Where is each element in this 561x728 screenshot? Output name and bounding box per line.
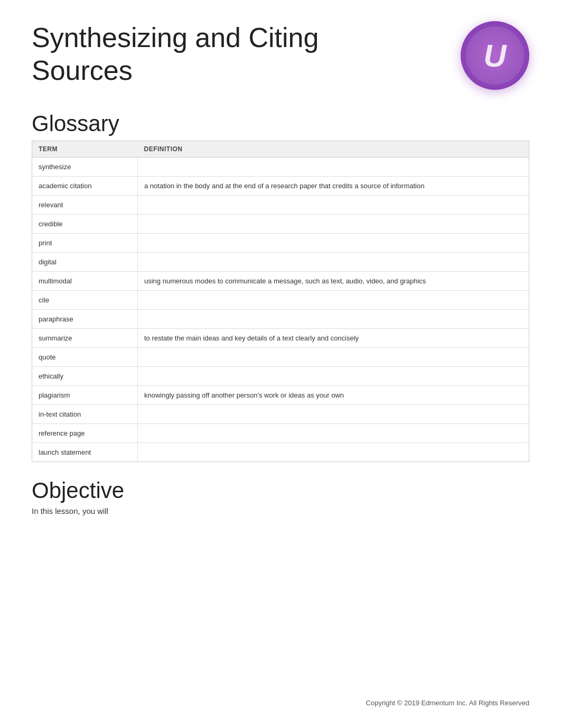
table-row: multimodalusing numerous modes to commun… <box>32 272 529 291</box>
glossary-definition <box>138 253 529 272</box>
glossary-term: paraphrase <box>32 310 138 329</box>
glossary-term: reference page <box>32 424 138 443</box>
table-row: credible <box>32 215 529 234</box>
table-row: plagiarismknowingly passing off another … <box>32 386 529 405</box>
glossary-term: synthesize <box>32 158 138 177</box>
glossary-term: quote <box>32 348 138 367</box>
objective-text: In this lesson, you will <box>32 506 529 515</box>
glossary-definition <box>138 196 529 215</box>
table-row: ethically <box>32 367 529 386</box>
glossary-definition <box>138 443 529 462</box>
table-row: academic citationa notation in the body … <box>32 177 529 196</box>
glossary-definition <box>138 405 529 424</box>
col-definition-header: DEFINITION <box>138 141 529 158</box>
logo-letter: U <box>483 38 506 74</box>
table-row: summarizeto restate the main ideas and k… <box>32 329 529 348</box>
table-row: reference page <box>32 424 529 443</box>
glossary-definition <box>138 215 529 234</box>
copyright-text: Copyright © 2019 Edmentum Inc. All Right… <box>366 699 529 707</box>
glossary-definition: knowingly passing off another person's w… <box>138 386 529 405</box>
glossary-term: launch statement <box>32 443 138 462</box>
table-row: print <box>32 234 529 253</box>
glossary-term: credible <box>32 215 138 234</box>
table-row: launch statement <box>32 443 529 462</box>
glossary-definition <box>138 367 529 386</box>
glossary-section: Glossary TERM DEFINITION synthesizeacade… <box>32 111 529 462</box>
glossary-term: multimodal <box>32 272 138 291</box>
logo-circle: U <box>461 21 529 90</box>
glossary-table: TERM DEFINITION synthesizeacademic citat… <box>32 141 529 462</box>
glossary-term: plagiarism <box>32 386 138 405</box>
glossary-term: summarize <box>32 329 138 348</box>
glossary-heading: Glossary <box>32 111 529 136</box>
glossary-definition <box>138 310 529 329</box>
table-row: digital <box>32 253 529 272</box>
col-term-header: TERM <box>32 141 138 158</box>
glossary-definition <box>138 234 529 253</box>
glossary-term: in-text citation <box>32 405 138 424</box>
page-title: Synthesizing and Citing Sources <box>32 21 391 87</box>
glossary-definition: using numerous modes to communicate a me… <box>138 272 529 291</box>
glossary-definition <box>138 424 529 443</box>
table-row: relevant <box>32 196 529 215</box>
table-header-row: TERM DEFINITION <box>32 141 529 158</box>
glossary-definition: to restate the main ideas and key detail… <box>138 329 529 348</box>
glossary-term: digital <box>32 253 138 272</box>
glossary-term: ethically <box>32 367 138 386</box>
table-row: in-text citation <box>32 405 529 424</box>
glossary-term: print <box>32 234 138 253</box>
glossary-term: relevant <box>32 196 138 215</box>
glossary-term: cite <box>32 291 138 310</box>
objective-heading: Objective <box>32 478 529 503</box>
table-row: paraphrase <box>32 310 529 329</box>
glossary-definition <box>138 291 529 310</box>
table-row: synthesize <box>32 158 529 177</box>
table-row: cite <box>32 291 529 310</box>
glossary-term: academic citation <box>32 177 138 196</box>
glossary-definition <box>138 158 529 177</box>
page-header: Synthesizing and Citing Sources U <box>32 21 529 90</box>
table-row: quote <box>32 348 529 367</box>
objective-section: Objective In this lesson, you will <box>32 478 529 515</box>
glossary-definition <box>138 348 529 367</box>
glossary-definition: a notation in the body and at the end of… <box>138 177 529 196</box>
